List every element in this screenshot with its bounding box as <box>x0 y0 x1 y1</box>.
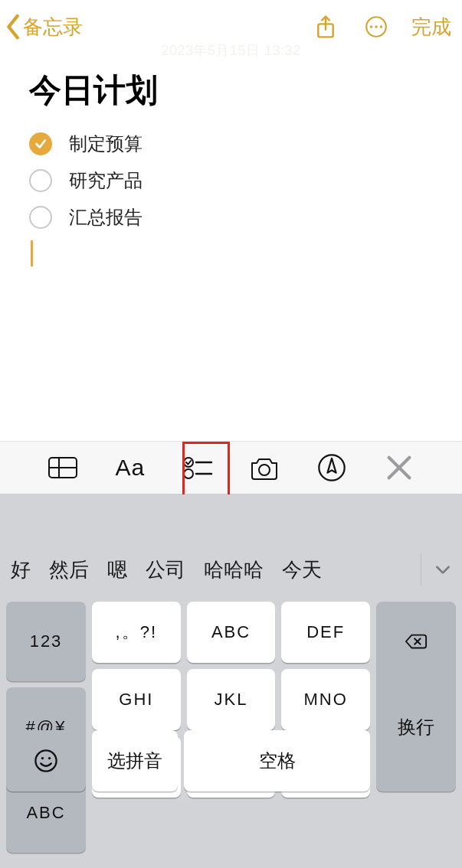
key-ghi[interactable]: GHI <box>92 669 181 730</box>
checklist-row[interactable]: 研究产品 <box>29 162 433 199</box>
key-pinyin[interactable]: 选拼音 <box>92 730 178 791</box>
checkbox-empty-icon[interactable] <box>29 169 52 192</box>
checklist-button[interactable] <box>169 447 227 488</box>
key-mno[interactable]: MNO <box>281 669 370 730</box>
table-button[interactable] <box>34 447 92 488</box>
close-icon <box>384 452 414 483</box>
suggestion-item[interactable]: 嗯 <box>107 556 127 583</box>
key-emoji[interactable] <box>6 730 86 791</box>
suggestion-item[interactable]: 哈哈哈 <box>204 556 264 583</box>
back-label: 备忘录 <box>23 14 83 41</box>
text-cursor <box>31 240 33 266</box>
table-icon <box>48 452 78 483</box>
keyboard-spacer <box>0 494 462 543</box>
chevron-left-icon <box>5 14 21 40</box>
markup-button[interactable] <box>303 447 361 488</box>
checklist-row[interactable]: 制定预算 <box>29 126 433 162</box>
pen-circle-icon <box>316 452 347 483</box>
expand-suggestions-button[interactable] <box>421 553 454 586</box>
suggestion-item[interactable]: 今天 <box>282 556 322 583</box>
camera-button[interactable] <box>235 447 293 488</box>
share-icon <box>314 14 337 40</box>
key-space[interactable]: 空格 <box>184 730 370 791</box>
done-button[interactable]: 完成 <box>411 14 451 41</box>
suggestion-item[interactable]: 公司 <box>146 556 185 583</box>
keyboard: 123 #@¥ ABC ,。?! ABC DEF GHI JKL MNO PQR… <box>0 596 462 868</box>
key-def[interactable]: DEF <box>281 602 370 663</box>
svg-point-19 <box>35 750 56 771</box>
key-jkl[interactable]: JKL <box>187 669 276 730</box>
svg-point-4 <box>375 25 377 28</box>
checklist-item-text: 研究产品 <box>69 168 143 193</box>
checklist-row[interactable]: 汇总报告 <box>29 199 433 236</box>
key-punct[interactable]: ,。?! <box>92 602 181 663</box>
suggestion-item[interactable]: 好 <box>11 556 31 583</box>
more-icon <box>364 15 388 39</box>
svg-point-3 <box>370 25 372 28</box>
checkbox-empty-icon[interactable] <box>29 206 52 229</box>
checklist-item-text: 制定预算 <box>69 132 143 156</box>
chevron-down-icon <box>433 560 453 579</box>
note-title[interactable]: 今日计划 <box>29 69 433 112</box>
backspace-icon <box>405 630 428 653</box>
checklist-item-text: 汇总报告 <box>69 205 143 230</box>
svg-point-20 <box>41 757 44 759</box>
checkbox-checked-icon[interactable] <box>29 132 52 155</box>
share-button[interactable] <box>307 8 344 45</box>
key-123[interactable]: 123 <box>6 602 86 681</box>
text-format-button[interactable]: Aa <box>101 447 159 488</box>
key-enter[interactable]: 换行 <box>376 663 456 791</box>
svg-point-21 <box>48 757 51 759</box>
suggestion-bar: 好 然后 嗯 公司 哈哈哈 今天 <box>0 543 462 596</box>
checklist-icon <box>182 452 213 483</box>
svg-point-9 <box>184 458 193 467</box>
dismiss-keyboard-button[interactable] <box>370 447 428 488</box>
svg-point-5 <box>380 25 382 28</box>
back-button[interactable]: 备忘录 <box>5 14 83 41</box>
emoji-icon <box>33 748 59 774</box>
svg-point-13 <box>259 465 270 475</box>
svg-point-11 <box>184 469 193 478</box>
camera-icon <box>249 452 280 483</box>
key-abc2[interactable]: ABC <box>187 602 276 663</box>
suggestion-item[interactable]: 然后 <box>49 556 89 583</box>
more-button[interactable] <box>358 8 395 45</box>
